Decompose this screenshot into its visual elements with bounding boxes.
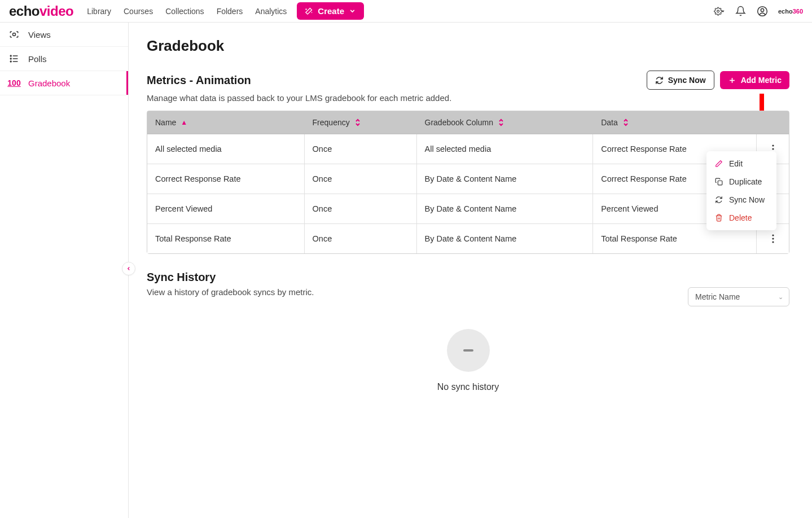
popover-delete[interactable]: Delete [706, 209, 776, 227]
table-row: All selected media Once All selected med… [147, 134, 789, 164]
popover-sync-now[interactable]: Sync Now [706, 191, 776, 209]
settings-icon[interactable] [714, 6, 725, 17]
sort-asc-icon: ▲ [181, 118, 187, 126]
create-button[interactable]: Create [297, 2, 364, 20]
svg-rect-8 [13, 58, 18, 59]
sync-now-button[interactable]: Sync Now [647, 71, 714, 90]
sidebar-collapse-button[interactable] [122, 262, 135, 275]
cell-frequency: Once [305, 164, 417, 194]
empty-state: No sync history [147, 329, 789, 392]
metrics-header: Metrics - Animation Sync Now Add Metric [147, 71, 789, 90]
sync-history-title: Sync History [147, 271, 789, 284]
topbar-icons: echo360 [714, 6, 803, 17]
svg-point-15 [772, 144, 774, 146]
main-content: Gradebook Metrics - Animation Sync Now A… [129, 23, 812, 518]
cell-name: Percent Viewed [147, 194, 305, 223]
svg-point-4 [13, 33, 16, 36]
table-header-row: Name▲ Frequency Gradebook Column Data [147, 111, 789, 134]
nav-library[interactable]: Library [87, 7, 111, 16]
cell-frequency: Once [305, 194, 417, 223]
svg-point-5 [10, 55, 12, 56]
svg-point-26 [772, 238, 774, 239]
popover-edit[interactable]: Edit [706, 155, 776, 173]
plus-icon [728, 76, 736, 85]
kebab-menu-icon[interactable] [766, 232, 780, 245]
empty-state-text: No sync history [147, 382, 789, 392]
svg-rect-6 [13, 55, 18, 56]
cell-name: All selected media [147, 134, 305, 164]
sort-icon [354, 118, 361, 126]
sidebar-item-views[interactable]: Views [0, 23, 128, 47]
svg-point-3 [761, 8, 763, 11]
add-metric-label: Add Metric [741, 76, 782, 85]
table-row: Correct Response Rate Once By Date & Con… [147, 164, 789, 194]
copy-icon [714, 178, 723, 186]
nav-folders[interactable]: Folders [217, 7, 243, 16]
cell-frequency: Once [305, 223, 417, 253]
svg-point-27 [772, 241, 774, 243]
svg-rect-10 [13, 61, 18, 62]
cell-actions: Edit Duplicate Sync Now [757, 134, 789, 164]
create-label: Create [318, 6, 344, 16]
page-title: Gradebook [147, 37, 789, 55]
svg-point-9 [10, 60, 12, 62]
cell-name: Total Response Rate [147, 223, 305, 253]
sort-icon [622, 118, 629, 126]
sync-now-label: Sync Now [668, 76, 706, 85]
sidebar-label-gradebook: Gradebook [28, 78, 70, 88]
gradebook-icon: 100 [8, 77, 20, 89]
sidebar: Views Polls 100 Gradebook [0, 23, 129, 518]
polls-icon [8, 52, 20, 65]
svg-point-7 [10, 58, 12, 59]
magic-wand-icon [305, 7, 313, 15]
topbar: echovideo Library Courses Collections Fo… [0, 0, 812, 23]
cell-gradebook: By Date & Content Name [417, 223, 594, 253]
th-gradebook[interactable]: Gradebook Column [417, 111, 594, 134]
svg-point-0 [717, 10, 719, 12]
svg-marker-1 [722, 10, 725, 12]
sync-history: Sync History View a history of gradebook… [147, 271, 789, 392]
logo[interactable]: echovideo [9, 3, 73, 19]
logo-part2: video [39, 3, 73, 19]
nav-links: Library Courses Collections Folders Anal… [87, 7, 287, 16]
trash-icon [714, 214, 723, 222]
pencil-icon [714, 160, 723, 168]
sidebar-label-polls: Polls [28, 54, 47, 64]
row-actions-popover: Edit Duplicate Sync Now [706, 151, 776, 230]
metric-select-value: Metric Name [695, 292, 740, 301]
sync-history-subtext: View a history of gradebook syncs by met… [147, 287, 688, 297]
cell-name: Correct Response Rate [147, 164, 305, 194]
nav-courses[interactable]: Courses [124, 7, 153, 16]
chevron-down-icon: ⌄ [778, 293, 783, 301]
th-frequency[interactable]: Frequency [305, 111, 417, 134]
table-row: Total Response Rate Once By Date & Conte… [147, 223, 789, 253]
metrics-table: Name▲ Frequency Gradebook Column Data Al… [147, 111, 789, 254]
bell-icon[interactable] [735, 6, 747, 17]
th-actions [757, 111, 789, 134]
popover-duplicate[interactable]: Duplicate [706, 173, 776, 191]
refresh-icon [714, 196, 723, 204]
svg-rect-18 [718, 181, 722, 185]
views-icon [8, 28, 20, 41]
sidebar-label-views: Views [28, 30, 51, 39]
cell-gradebook: All selected media [417, 134, 594, 164]
refresh-icon [655, 76, 664, 85]
nav-collections[interactable]: Collections [165, 7, 204, 16]
cell-gradebook: By Date & Content Name [417, 164, 594, 194]
svg-point-25 [772, 234, 774, 236]
metrics-title: Metrics - Animation [147, 74, 647, 87]
svg-point-16 [772, 148, 774, 150]
sort-icon [498, 118, 504, 126]
cell-gradebook: By Date & Content Name [417, 194, 594, 223]
th-data[interactable]: Data [593, 111, 757, 134]
sidebar-item-polls[interactable]: Polls [0, 47, 128, 71]
add-metric-button[interactable]: Add Metric [720, 71, 789, 89]
nav-analytics[interactable]: Analytics [255, 7, 287, 16]
user-icon[interactable] [757, 6, 768, 17]
chevron-down-icon [349, 7, 356, 15]
logo-part1: echo [9, 3, 39, 19]
metric-name-select[interactable]: Metric Name ⌄ [688, 287, 789, 306]
th-name[interactable]: Name▲ [147, 111, 305, 134]
brand-mini[interactable]: echo360 [778, 8, 803, 15]
sidebar-item-gradebook[interactable]: 100 Gradebook [0, 71, 128, 95]
